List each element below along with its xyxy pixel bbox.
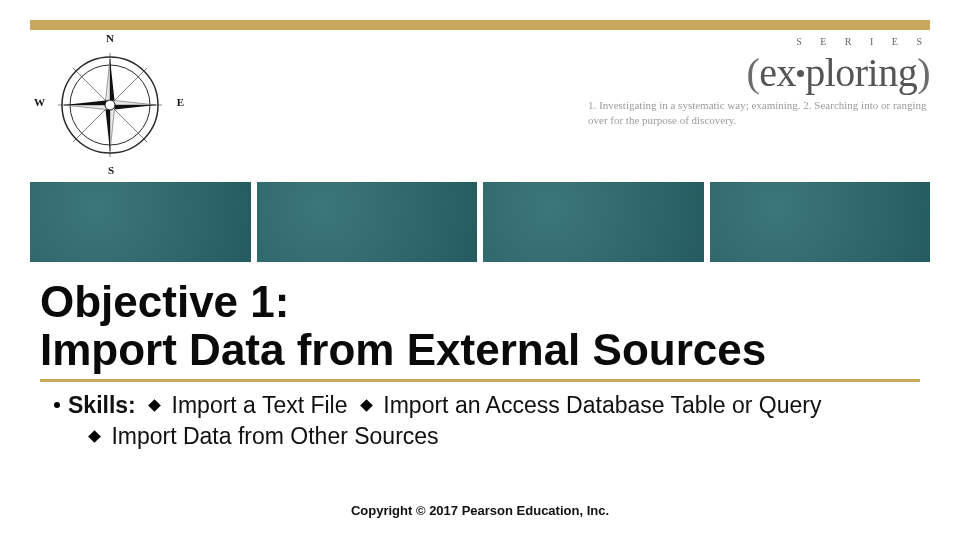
slide-title: Objective 1: Import Data from External S… (40, 278, 920, 373)
svg-marker-12 (64, 100, 110, 105)
title-line-1: Objective 1: (40, 277, 289, 326)
svg-point-18 (105, 100, 115, 110)
slide-content: Objective 1: Import Data from External S… (40, 278, 920, 452)
skills-label: Skills: (68, 392, 136, 418)
bullet-icon (54, 402, 60, 408)
compass-n-label: N (106, 32, 114, 44)
svg-marker-7 (105, 59, 110, 105)
logo-ex: ex (759, 50, 796, 95)
skills-block: Skills: Import a Text File Import an Acc… (40, 390, 920, 452)
teal-band (30, 182, 930, 262)
compass-s-label: S (108, 164, 114, 176)
svg-marker-11 (110, 105, 115, 151)
accent-bar-top (30, 20, 930, 30)
skill-item: Import a Text File (165, 392, 354, 418)
teal-tile (710, 182, 931, 262)
slide-header: N S W E S E R I E S (exploring) 1. Inves… (30, 30, 930, 180)
logo-close-paren: ) (917, 50, 930, 95)
brand-definition: 1. Investigating in a systematic way; ex… (570, 98, 930, 128)
compass-w-label: W (34, 96, 45, 108)
copyright-footer: Copyright © 2017 Pearson Education, Inc. (0, 503, 960, 518)
title-line-2: Import Data from External Sources (40, 325, 766, 374)
diamond-icon (88, 430, 101, 443)
series-label: S E R I E S (570, 36, 930, 47)
diamond-icon (360, 399, 373, 412)
skill-item: Import an Access Database Table or Query (377, 392, 821, 418)
svg-marker-13 (64, 105, 110, 110)
logo-ploring: ploring (805, 50, 917, 95)
accent-bar-title (40, 379, 920, 382)
logo-dot-icon (797, 70, 804, 77)
svg-marker-9 (110, 100, 156, 105)
diamond-icon (148, 399, 161, 412)
logo-open-paren: ( (747, 50, 760, 95)
svg-marker-8 (110, 105, 156, 110)
svg-marker-6 (110, 59, 115, 105)
teal-tile (257, 182, 478, 262)
svg-marker-10 (105, 105, 110, 151)
skill-item: Import Data from Other Sources (105, 423, 439, 449)
teal-tile (30, 182, 251, 262)
exploring-logo: (exploring) (570, 49, 930, 96)
compass-e-label: E (177, 96, 184, 108)
compass-icon: N S W E (30, 30, 190, 180)
brand-block: S E R I E S (exploring) 1. Investigating… (570, 30, 930, 128)
teal-tile (483, 182, 704, 262)
